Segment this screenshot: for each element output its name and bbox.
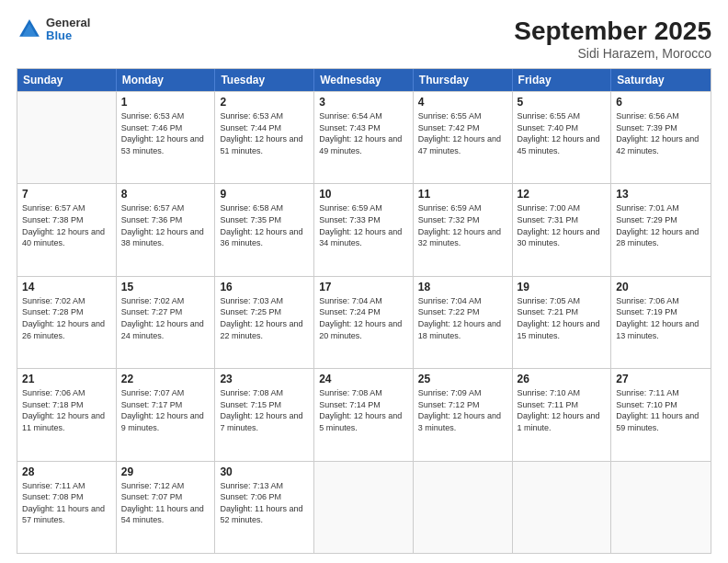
day-cell-24: 24Sunrise: 7:08 AMSunset: 7:14 PMDayligh… [314,369,414,460]
day-number: 10 [319,188,408,201]
day-number: 3 [319,96,408,109]
day-info: Sunrise: 7:11 AMSunset: 7:08 PMDaylight:… [22,480,111,526]
day-number: 29 [121,465,210,478]
day-number: 17 [319,281,408,293]
logo-general: General [46,17,90,29]
header-day-tuesday: Tuesday [215,69,314,91]
logo-blue: Blue [46,29,90,42]
day-cell-14: 14Sunrise: 7:02 AMSunset: 7:28 PMDayligh… [17,277,117,368]
day-info: Sunrise: 7:08 AMSunset: 7:14 PMDaylight:… [319,387,408,433]
empty-cell [611,462,711,553]
week-row-1: 1Sunrise: 6:53 AMSunset: 7:46 PMDaylight… [17,91,711,183]
day-cell-17: 17Sunrise: 7:04 AMSunset: 7:24 PMDayligh… [314,277,414,368]
day-info: Sunrise: 6:55 AMSunset: 7:42 PMDaylight:… [418,110,507,156]
day-cell-11: 11Sunrise: 6:59 AMSunset: 7:32 PMDayligh… [414,184,513,275]
logo: General Blue [17,17,90,43]
header: General Blue September 2025 Sidi Harazem… [17,17,711,61]
day-info: Sunrise: 6:54 AMSunset: 7:43 PMDaylight:… [319,110,408,156]
day-info: Sunrise: 7:06 AMSunset: 7:19 PMDaylight:… [616,295,706,341]
day-info: Sunrise: 7:01 AMSunset: 7:29 PMDaylight:… [616,202,706,248]
logo-icon [17,17,42,42]
day-cell-8: 8Sunrise: 6:57 AMSunset: 7:36 PMDaylight… [117,184,216,275]
day-number: 6 [616,96,706,109]
day-info: Sunrise: 7:02 AMSunset: 7:28 PMDaylight:… [22,295,111,341]
header-day-saturday: Saturday [611,69,711,91]
day-cell-25: 25Sunrise: 7:09 AMSunset: 7:12 PMDayligh… [414,369,513,460]
day-info: Sunrise: 7:00 AMSunset: 7:31 PMDaylight:… [518,202,607,248]
day-number: 11 [418,188,507,201]
day-info: Sunrise: 6:53 AMSunset: 7:46 PMDaylight:… [121,110,210,156]
week-row-3: 14Sunrise: 7:02 AMSunset: 7:28 PMDayligh… [17,276,711,368]
day-cell-3: 3Sunrise: 6:54 AMSunset: 7:43 PMDaylight… [314,92,414,183]
day-info: Sunrise: 7:06 AMSunset: 7:18 PMDaylight:… [22,387,111,433]
logo-text: General Blue [46,17,90,43]
day-cell-29: 29Sunrise: 7:12 AMSunset: 7:07 PMDayligh… [117,462,216,553]
day-cell-7: 7Sunrise: 6:57 AMSunset: 7:38 PMDaylight… [17,184,117,275]
day-info: Sunrise: 7:03 AMSunset: 7:25 PMDaylight:… [220,295,309,341]
day-number: 20 [616,281,706,293]
day-info: Sunrise: 6:53 AMSunset: 7:44 PMDaylight:… [220,110,309,156]
day-number: 4 [418,96,507,109]
day-cell-13: 13Sunrise: 7:01 AMSunset: 7:29 PMDayligh… [611,184,711,275]
title-area: September 2025 Sidi Harazem, Morocco [514,17,711,61]
day-number: 7 [22,188,111,201]
week-row-5: 28Sunrise: 7:11 AMSunset: 7:08 PMDayligh… [17,461,711,553]
day-cell-22: 22Sunrise: 7:07 AMSunset: 7:17 PMDayligh… [117,369,216,460]
day-cell-23: 23Sunrise: 7:08 AMSunset: 7:15 PMDayligh… [215,369,314,460]
day-info: Sunrise: 6:57 AMSunset: 7:38 PMDaylight:… [22,202,111,248]
day-cell-20: 20Sunrise: 7:06 AMSunset: 7:19 PMDayligh… [611,277,711,368]
day-number: 1 [121,96,210,109]
day-info: Sunrise: 7:13 AMSunset: 7:06 PMDaylight:… [220,480,309,526]
day-number: 25 [418,373,507,385]
day-number: 24 [319,373,408,385]
day-info: Sunrise: 6:59 AMSunset: 7:32 PMDaylight:… [418,202,507,248]
day-number: 12 [518,188,607,201]
day-info: Sunrise: 7:07 AMSunset: 7:17 PMDaylight:… [121,387,210,433]
day-info: Sunrise: 7:09 AMSunset: 7:12 PMDaylight:… [418,387,507,433]
day-info: Sunrise: 6:55 AMSunset: 7:40 PMDaylight:… [518,110,607,156]
day-info: Sunrise: 6:57 AMSunset: 7:36 PMDaylight:… [121,202,210,248]
calendar: SundayMondayTuesdayWednesdayThursdayFrid… [17,68,711,554]
day-cell-2: 2Sunrise: 6:53 AMSunset: 7:44 PMDaylight… [215,92,314,183]
empty-cell [314,462,414,553]
day-info: Sunrise: 7:04 AMSunset: 7:24 PMDaylight:… [319,295,408,341]
day-info: Sunrise: 7:08 AMSunset: 7:15 PMDaylight:… [220,387,309,433]
week-row-2: 7Sunrise: 6:57 AMSunset: 7:38 PMDaylight… [17,183,711,275]
day-cell-1: 1Sunrise: 6:53 AMSunset: 7:46 PMDaylight… [117,92,216,183]
header-day-wednesday: Wednesday [314,69,414,91]
day-cell-15: 15Sunrise: 7:02 AMSunset: 7:27 PMDayligh… [117,277,216,368]
page: General Blue September 2025 Sidi Harazem… [0,0,728,563]
day-number: 5 [518,96,607,109]
day-cell-9: 9Sunrise: 6:58 AMSunset: 7:35 PMDaylight… [215,184,314,275]
day-number: 8 [121,188,210,201]
empty-cell [513,462,612,553]
day-cell-26: 26Sunrise: 7:10 AMSunset: 7:11 PMDayligh… [513,369,612,460]
subtitle: Sidi Harazem, Morocco [514,46,711,61]
day-number: 18 [418,281,507,293]
day-number: 26 [518,373,607,385]
day-cell-28: 28Sunrise: 7:11 AMSunset: 7:08 PMDayligh… [17,462,117,553]
day-info: Sunrise: 7:02 AMSunset: 7:27 PMDaylight:… [121,295,210,341]
empty-cell [414,462,513,553]
day-cell-19: 19Sunrise: 7:05 AMSunset: 7:21 PMDayligh… [513,277,612,368]
day-info: Sunrise: 7:04 AMSunset: 7:22 PMDaylight:… [418,295,507,341]
day-number: 9 [220,188,309,201]
day-cell-4: 4Sunrise: 6:55 AMSunset: 7:42 PMDaylight… [414,92,513,183]
day-number: 27 [616,373,706,385]
day-cell-21: 21Sunrise: 7:06 AMSunset: 7:18 PMDayligh… [17,369,117,460]
day-info: Sunrise: 6:59 AMSunset: 7:33 PMDaylight:… [319,202,408,248]
header-day-monday: Monday [117,69,216,91]
day-cell-12: 12Sunrise: 7:00 AMSunset: 7:31 PMDayligh… [513,184,612,275]
day-cell-6: 6Sunrise: 6:56 AMSunset: 7:39 PMDaylight… [611,92,711,183]
header-day-friday: Friday [513,69,612,91]
day-number: 30 [220,465,309,478]
calendar-body: 1Sunrise: 6:53 AMSunset: 7:46 PMDaylight… [17,91,711,553]
empty-cell [17,92,117,183]
day-info: Sunrise: 7:11 AMSunset: 7:10 PMDaylight:… [616,387,706,433]
day-info: Sunrise: 7:12 AMSunset: 7:07 PMDaylight:… [121,480,210,526]
day-number: 28 [22,465,111,478]
day-number: 16 [220,281,309,293]
day-cell-18: 18Sunrise: 7:04 AMSunset: 7:22 PMDayligh… [414,277,513,368]
calendar-header: SundayMondayTuesdayWednesdayThursdayFrid… [17,69,711,91]
day-info: Sunrise: 7:05 AMSunset: 7:21 PMDaylight:… [518,295,607,341]
